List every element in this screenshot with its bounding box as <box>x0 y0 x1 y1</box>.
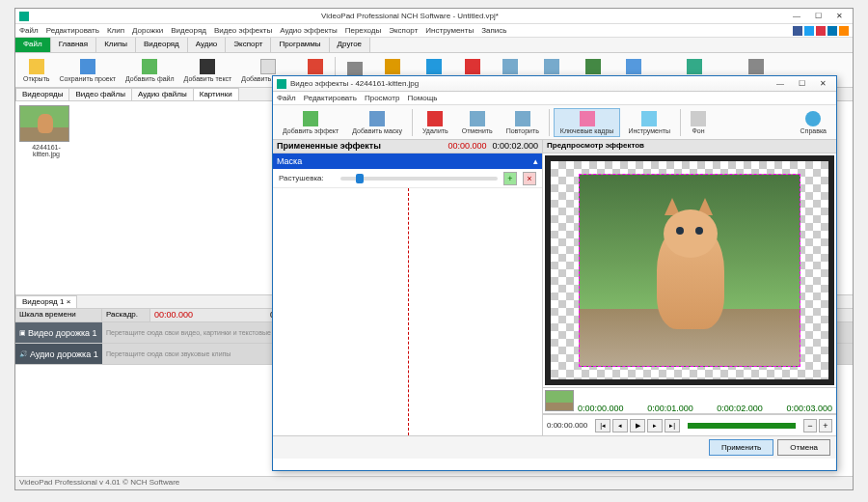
minimize-button[interactable]: — <box>787 11 806 22</box>
media-tab-seq[interactable]: Видеоряды <box>15 88 69 100</box>
apply-button[interactable]: Применить <box>709 439 773 456</box>
undo-icon <box>502 59 518 74</box>
play-button[interactable]: ▶ <box>630 419 645 432</box>
twitter-icon[interactable] <box>804 26 814 36</box>
linkedin-icon[interactable] <box>827 26 837 36</box>
preview-image <box>579 174 800 367</box>
fx-effect-mask[interactable]: Маска ▴ <box>273 153 542 169</box>
effects-dialog: Видео эффекты - 4244161-kitten.jpg — ☐ ✕… <box>272 75 837 471</box>
maximize-button[interactable]: ☐ <box>808 11 827 22</box>
add-keyframe-button[interactable]: + <box>503 172 517 185</box>
fx-footer: Применить Отмена <box>273 435 836 459</box>
ribbon-tab-file[interactable]: Файл <box>15 38 51 52</box>
rss-icon[interactable] <box>839 26 849 36</box>
fx-tool-Удалить[interactable]: Удалить <box>417 109 454 136</box>
tool-Открыть[interactable]: Открыть <box>19 57 54 84</box>
cancel-button[interactable]: Отмена <box>777 439 830 456</box>
media-tab-video[interactable]: Видео файлы <box>68 88 132 100</box>
menu-videofx[interactable]: Видео эффекты <box>214 26 272 35</box>
fx-toolbar: Добавить эффектДобавить маскуУдалитьОтме… <box>273 105 836 140</box>
menu-transitions[interactable]: Переходы <box>345 26 382 35</box>
fx-tool-Инструменты[interactable]: Инструменты <box>622 109 676 136</box>
facebook-icon[interactable] <box>793 26 802 36</box>
fx-preview-viewport[interactable] <box>545 155 834 385</box>
fx-tool-Справка[interactable]: Справка <box>795 109 832 136</box>
step-back-button[interactable]: ◂ <box>612 419 628 432</box>
fx-menu-edit[interactable]: Редактировать <box>304 94 357 102</box>
prev-icon <box>626 59 641 74</box>
ribbon-tab-audio[interactable]: Аудио <box>188 38 227 52</box>
redo-icon <box>515 111 530 126</box>
zoom-out-button[interactable]: − <box>803 419 817 432</box>
tl-mode-storyboard[interactable]: Раскадр. <box>102 309 150 321</box>
ribbon-tab-programs[interactable]: Программы <box>271 38 329 52</box>
ribbon-tab-sequence[interactable]: Видеоряд <box>136 38 188 52</box>
fx-close-button[interactable]: ✕ <box>813 78 832 90</box>
media-tab-images[interactable]: Картинки <box>193 88 239 100</box>
fx-tool-Добавить эффект[interactable]: Добавить эффект <box>277 109 344 136</box>
fx-tool-Добавить маску[interactable]: Добавить маску <box>346 109 408 136</box>
fx-titlebar: Видео эффекты - 4244161-kitten.jpg — ☐ ✕ <box>273 76 836 92</box>
menu-tools[interactable]: Инструменты <box>425 26 474 35</box>
fx-param-label: Растушевка: <box>279 174 335 182</box>
filmstrip-thumb <box>545 390 574 411</box>
close-button[interactable]: ✕ <box>829 11 849 22</box>
fx-filmstrip[interactable]: 0:00:00.000 0:00:01.000 0:00:02.000 0:00… <box>543 387 836 414</box>
collapse-icon: ▴ <box>533 156 538 166</box>
fx-tool-Отменить[interactable]: Отменить <box>456 109 499 136</box>
fx-minimize-button[interactable]: — <box>771 78 790 90</box>
sub-icon <box>585 59 601 74</box>
playback-time: 0:00:00.000 <box>547 421 587 430</box>
audio-track-header[interactable]: 🔊 Аудио дорожка 1 <box>15 344 102 364</box>
window-controls: — ☐ ✕ <box>787 11 849 22</box>
remove-keyframe-button[interactable]: × <box>523 172 536 185</box>
fx-menu-file[interactable]: Файл <box>277 94 296 102</box>
media-tab-audio[interactable]: Аудио файлы <box>131 88 194 100</box>
rec-icon <box>308 59 323 74</box>
zoom-in-button[interactable]: + <box>819 419 832 432</box>
fx-preview-header: Предпросмотр эффектов <box>543 140 836 153</box>
tool-Добавить текст[interactable]: Добавить текст <box>180 57 236 84</box>
fx-effects-panel: Примененные эффекты 00:00.000 0:00:02.00… <box>273 140 543 435</box>
menu-file[interactable]: Файл <box>19 26 39 35</box>
menu-tracks[interactable]: Дорожки <box>132 26 163 35</box>
thumb-image <box>19 105 69 142</box>
goto-start-button[interactable]: |◂ <box>595 419 610 432</box>
slider-thumb[interactable] <box>356 174 364 183</box>
menu-record[interactable]: Запись <box>481 26 506 35</box>
fx-preview-panel: Предпросмотр эффектов 0:00:00.000 0:00:0… <box>543 140 836 435</box>
tl-mode-timeline[interactable]: Шкала времени <box>15 309 102 321</box>
playback-progress[interactable] <box>688 423 796 429</box>
tool-Сохранить проект[interactable]: Сохранить проект <box>56 57 121 84</box>
goto-end-button[interactable]: ▸| <box>665 419 680 432</box>
help-icon <box>805 111 821 126</box>
ribbon-tab-home[interactable]: Главная <box>51 38 96 52</box>
fx-tool-Фон[interactable]: Фон <box>685 109 712 136</box>
redo-icon <box>544 59 559 74</box>
menu-edit[interactable]: Редактировать <box>46 26 99 35</box>
fx-menu-help[interactable]: Помощь <box>407 94 437 102</box>
ribbon-tab-clips[interactable]: Клипы <box>96 38 136 52</box>
fx-tool-Повторить[interactable]: Повторить <box>501 109 545 136</box>
ribbon-tab-export[interactable]: Экспорт <box>226 38 271 52</box>
menu-export[interactable]: Экспорт <box>389 26 418 35</box>
timeline-tab-1[interactable]: Видеоряд 1 × <box>15 295 77 308</box>
export-icon <box>687 59 702 74</box>
menu-clip[interactable]: Клип <box>107 26 124 35</box>
fx-tool-Ключевые кадры[interactable]: Ключевые кадры <box>554 108 621 137</box>
ribbon-tab-other[interactable]: Другое <box>330 38 370 52</box>
feather-slider[interactable] <box>340 177 498 181</box>
gplus-icon[interactable] <box>816 26 826 36</box>
menu-audiofx[interactable]: Аудио эффекты <box>280 26 338 35</box>
fx-keyframe-area[interactable] <box>273 188 542 435</box>
fx-menu-view[interactable]: Просмотр <box>365 94 400 102</box>
media-thumb[interactable]: 4244161-kitten.jpg <box>19 105 73 157</box>
trans-icon <box>426 59 442 74</box>
video-track-header[interactable]: ▣ Видео дорожка 1 <box>15 322 102 343</box>
del-icon <box>427 111 443 126</box>
fx-param-feather: Растушевка: + × <box>273 169 542 188</box>
tool-Добавить файл[interactable]: Добавить файл <box>122 57 178 84</box>
step-fwd-button[interactable]: ▸ <box>647 419 663 432</box>
fx-maximize-button[interactable]: ☐ <box>792 78 811 90</box>
menu-sequence[interactable]: Видеоряд <box>171 26 206 35</box>
